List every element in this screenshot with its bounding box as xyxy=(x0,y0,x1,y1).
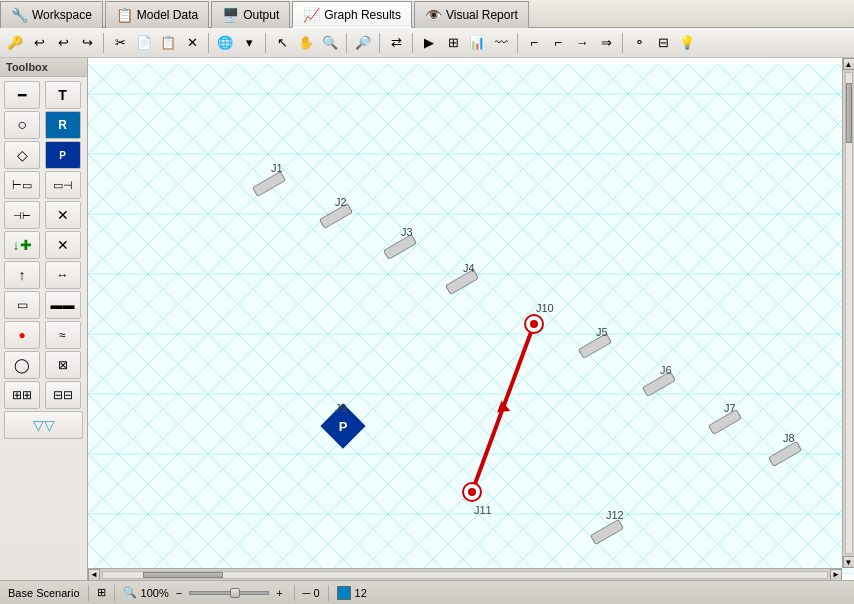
copy-button[interactable]: 📄 xyxy=(133,32,155,54)
tab-workspace-label: Workspace xyxy=(32,8,92,22)
tool-valve3[interactable]: ⊣⊢ xyxy=(4,201,40,229)
sep3 xyxy=(265,33,266,53)
tool-valve1[interactable]: ⊢▭ xyxy=(4,171,40,199)
j5-label: J5 xyxy=(596,326,608,338)
run-button[interactable]: ▶ xyxy=(418,32,440,54)
canvas-scroll: J1 J2 J3 J4 xyxy=(88,58,854,580)
tool-grid2[interactable]: ⊟⊟ xyxy=(45,381,81,409)
toolbar: 🔑 ↩ ↩ ↪ ✂ 📄 📋 ✕ 🌐 ▾ ↖ ✋ 🔍 🔎 ⇄ ▶ ⊞ 📊 〰 ⌐ … xyxy=(0,28,854,58)
fit-button[interactable]: ⊞ xyxy=(97,586,106,599)
find-button[interactable]: 🔎 xyxy=(352,32,374,54)
tool-cross[interactable]: ✕ xyxy=(45,231,81,259)
scroll-left-button[interactable]: ◄ xyxy=(88,569,100,581)
tool-pump[interactable]: P xyxy=(45,141,81,169)
scroll-track-horizontal[interactable] xyxy=(102,571,828,579)
new-button[interactable]: 🔑 xyxy=(4,32,26,54)
tool-rect1[interactable]: ▭ xyxy=(4,291,40,319)
tool-circle[interactable]: ○ xyxy=(4,111,40,139)
color-indicator: 12 xyxy=(337,586,367,600)
tab-model-data[interactable]: 📋 Model Data xyxy=(105,1,209,28)
j11-inner xyxy=(468,488,476,496)
delete-button[interactable]: ✕ xyxy=(181,32,203,54)
tool-ball[interactable]: ◯ xyxy=(4,351,40,379)
j6-label: J6 xyxy=(660,364,672,376)
status-sep3 xyxy=(294,585,295,601)
sep6 xyxy=(412,33,413,53)
tab-output[interactable]: 🖥️ Output xyxy=(211,1,290,28)
tool-arrow-up[interactable]: ↑ xyxy=(4,261,40,289)
undo2-button[interactable]: ↩ xyxy=(52,32,74,54)
tab-visual-report-label: Visual Report xyxy=(446,8,518,22)
scroll-thumb-horizontal[interactable] xyxy=(143,572,223,578)
canvas-svg: J1 J2 J3 J4 xyxy=(88,58,854,580)
line-button[interactable]: ⌐ xyxy=(523,32,545,54)
canvas-area[interactable]: J1 J2 J3 J4 xyxy=(88,58,854,580)
flow2-button[interactable]: ⇒ xyxy=(595,32,617,54)
globe-button[interactable]: 🌐 xyxy=(214,32,236,54)
tab-workspace[interactable]: 🔧 Workspace xyxy=(0,1,103,28)
model-data-icon: 📋 xyxy=(116,7,133,23)
options-button[interactable]: ⚬ xyxy=(628,32,650,54)
paste-button[interactable]: 📋 xyxy=(157,32,179,54)
undo-button[interactable]: ↩ xyxy=(28,32,50,54)
table-button[interactable]: ⊞ xyxy=(442,32,464,54)
sep1 xyxy=(103,33,104,53)
j10-label: J10 xyxy=(536,302,554,314)
tab-output-label: Output xyxy=(243,8,279,22)
scroll-track-vertical[interactable] xyxy=(845,72,853,554)
branch-button[interactable]: ⌐ xyxy=(547,32,569,54)
sep4 xyxy=(346,33,347,53)
scroll-up-button[interactable]: ▲ xyxy=(843,58,855,70)
flow-button[interactable]: → xyxy=(571,32,593,54)
zoom-button[interactable]: 🔍 xyxy=(319,32,341,54)
profile-button[interactable]: 〰 xyxy=(490,32,512,54)
scroll-down-button[interactable]: ▼ xyxy=(843,556,855,568)
scroll-right-button[interactable]: ► xyxy=(830,569,842,581)
color-box xyxy=(337,586,351,600)
cut-button[interactable]: ✂ xyxy=(109,32,131,54)
zoom-minus-button[interactable]: − xyxy=(173,587,185,599)
scrollbar-horizontal[interactable]: ◄ ► xyxy=(88,568,842,580)
j7-label: J7 xyxy=(724,402,736,414)
tool-text[interactable]: T xyxy=(45,81,81,109)
tool-reservoir[interactable]: R xyxy=(45,111,81,139)
globe-dropdown[interactable]: ▾ xyxy=(238,32,260,54)
tool-rect2[interactable]: ▬▬ xyxy=(45,291,81,319)
tab-bar: 🔧 Workspace 📋 Model Data 🖥️ Output 📈 Gra… xyxy=(0,0,854,28)
grid-button[interactable]: ⊟ xyxy=(652,32,674,54)
zoom-thumb[interactable] xyxy=(230,588,240,598)
pan-button[interactable]: ✋ xyxy=(295,32,317,54)
status-sep2 xyxy=(114,585,115,601)
j3-label: J3 xyxy=(401,226,413,238)
tool-flow[interactable]: ≈ xyxy=(45,321,81,349)
tool-meter[interactable]: ⊠ xyxy=(45,351,81,379)
tab-graph-results[interactable]: 📈 Graph Results xyxy=(292,1,412,28)
tool-grid1[interactable]: ⊞⊞ xyxy=(4,381,40,409)
tool-pump2[interactable]: ● xyxy=(4,321,40,349)
scrollbar-vertical[interactable]: ▲ ▼ xyxy=(842,58,854,568)
zoom-slider[interactable] xyxy=(189,591,269,595)
redo-button[interactable]: ↪ xyxy=(76,32,98,54)
info-button[interactable]: 💡 xyxy=(676,32,698,54)
svg-text:P: P xyxy=(339,419,348,434)
tool-import[interactable]: ↓✚ xyxy=(4,231,40,259)
status-sep4 xyxy=(328,585,329,601)
zoom-plus-button[interactable]: + xyxy=(273,587,285,599)
select-button[interactable]: ↖ xyxy=(271,32,293,54)
sep7 xyxy=(517,33,518,53)
tool-valve4[interactable]: ✕ xyxy=(45,201,81,229)
tool-diamond[interactable]: ◇ xyxy=(4,141,40,169)
tool-arrow-cross[interactable]: ↔ xyxy=(45,261,81,289)
tool-tray[interactable]: ▽▽ xyxy=(4,411,83,439)
j12-label: J12 xyxy=(606,509,624,521)
tool-pipe[interactable]: ━ xyxy=(4,81,40,109)
zoom-label: 100% xyxy=(141,587,169,599)
tool-valve2[interactable]: ▭⊣ xyxy=(45,171,81,199)
graph-results-icon: 📈 xyxy=(303,7,320,23)
chart-button[interactable]: 📊 xyxy=(466,32,488,54)
zoom-controls: 🔍 100% − + xyxy=(123,586,286,599)
j10-inner xyxy=(530,320,538,328)
exchange-button[interactable]: ⇄ xyxy=(385,32,407,54)
tab-visual-report[interactable]: 👁️ Visual Report xyxy=(414,1,529,28)
scroll-thumb-vertical[interactable] xyxy=(846,83,852,143)
